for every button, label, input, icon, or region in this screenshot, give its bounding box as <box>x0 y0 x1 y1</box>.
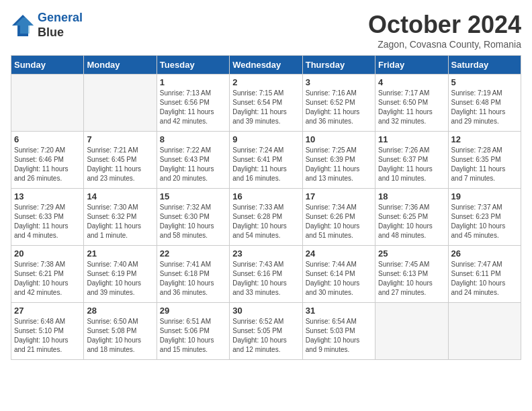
day-info: Sunrise: 7:17 AMSunset: 6:50 PMDaylight:… <box>378 89 445 126</box>
calendar-cell <box>84 75 157 132</box>
day-info: Sunrise: 7:47 AMSunset: 6:11 PMDaylight:… <box>451 260 518 298</box>
day-info: Sunrise: 6:52 AMSunset: 5:05 PMDaylight:… <box>232 317 299 355</box>
day-number: 25 <box>378 248 445 259</box>
day-number: 28 <box>87 306 153 316</box>
calendar-week-row: 6Sunrise: 7:20 AMSunset: 6:46 PMDaylight… <box>11 132 521 189</box>
day-info: Sunrise: 7:28 AMSunset: 6:35 PMDaylight:… <box>451 146 518 183</box>
day-info: Sunrise: 7:24 AMSunset: 6:41 PMDaylight:… <box>232 146 299 183</box>
day-info: Sunrise: 7:13 AMSunset: 6:56 PMDaylight:… <box>160 89 226 126</box>
calendar-cell: 24Sunrise: 7:44 AMSunset: 6:14 PMDayligh… <box>302 246 375 303</box>
calendar-cell: 2Sunrise: 7:15 AMSunset: 6:54 PMDaylight… <box>230 75 302 132</box>
day-info: Sunrise: 7:45 AMSunset: 6:13 PMDaylight:… <box>378 260 445 298</box>
day-info: Sunrise: 7:15 AMSunset: 6:54 PMDaylight:… <box>232 89 299 126</box>
day-number: 27 <box>14 306 81 316</box>
calendar-cell: 11Sunrise: 7:26 AMSunset: 6:37 PMDayligh… <box>375 132 448 189</box>
calendar-cell <box>375 303 448 360</box>
day-info: Sunrise: 7:37 AMSunset: 6:23 PMDaylight:… <box>451 203 518 240</box>
calendar-cell: 28Sunrise: 6:50 AMSunset: 5:08 PMDayligh… <box>84 303 157 360</box>
day-number: 29 <box>160 306 226 316</box>
logo-text: General Blue <box>38 11 83 40</box>
weekday-header-thursday: Thursday <box>302 56 375 75</box>
day-info: Sunrise: 7:22 AMSunset: 6:43 PMDaylight:… <box>160 146 226 183</box>
day-info: Sunrise: 7:21 AMSunset: 6:45 PMDaylight:… <box>87 146 153 183</box>
day-info: Sunrise: 7:30 AMSunset: 6:32 PMDaylight:… <box>87 203 153 240</box>
day-info: Sunrise: 7:43 AMSunset: 6:16 PMDaylight:… <box>232 260 299 298</box>
calendar-cell: 21Sunrise: 7:40 AMSunset: 6:19 PMDayligh… <box>84 246 157 303</box>
calendar-cell: 3Sunrise: 7:16 AMSunset: 6:52 PMDaylight… <box>302 75 375 132</box>
title-block: October 2024 Zagon, Covasna County, Roma… <box>368 11 521 50</box>
location: Zagon, Covasna County, Romania <box>368 39 521 50</box>
day-info: Sunrise: 7:40 AMSunset: 6:19 PMDaylight:… <box>87 260 153 298</box>
weekday-header-wednesday: Wednesday <box>230 56 302 75</box>
day-info: Sunrise: 7:36 AMSunset: 6:25 PMDaylight:… <box>378 203 445 240</box>
month-title: October 2024 <box>368 11 521 39</box>
calendar-cell: 10Sunrise: 7:25 AMSunset: 6:39 PMDayligh… <box>302 132 375 189</box>
day-number: 13 <box>14 191 81 201</box>
calendar-week-row: 27Sunrise: 6:48 AMSunset: 5:10 PMDayligh… <box>11 303 521 360</box>
day-number: 4 <box>378 77 445 87</box>
day-number: 2 <box>232 77 299 87</box>
calendar-cell: 30Sunrise: 6:52 AMSunset: 5:05 PMDayligh… <box>230 303 302 360</box>
day-number: 31 <box>306 306 372 316</box>
day-number: 22 <box>160 248 226 259</box>
weekday-header-saturday: Saturday <box>448 56 521 75</box>
calendar-cell <box>448 303 521 360</box>
day-number: 21 <box>87 248 153 259</box>
day-number: 20 <box>14 248 81 259</box>
calendar-cell: 15Sunrise: 7:32 AMSunset: 6:30 PMDayligh… <box>157 189 229 246</box>
day-info: Sunrise: 7:41 AMSunset: 6:18 PMDaylight:… <box>160 260 226 298</box>
weekday-header-tuesday: Tuesday <box>157 56 229 75</box>
calendar-cell: 4Sunrise: 7:17 AMSunset: 6:50 PMDaylight… <box>375 75 448 132</box>
calendar-cell: 16Sunrise: 7:33 AMSunset: 6:28 PMDayligh… <box>230 189 302 246</box>
logo-line1: General <box>38 11 83 24</box>
day-number: 19 <box>451 191 518 201</box>
calendar-cell: 8Sunrise: 7:22 AMSunset: 6:43 PMDaylight… <box>157 132 229 189</box>
weekday-header-friday: Friday <box>375 56 448 75</box>
calendar-cell: 23Sunrise: 7:43 AMSunset: 6:16 PMDayligh… <box>230 246 302 303</box>
calendar-cell: 22Sunrise: 7:41 AMSunset: 6:18 PMDayligh… <box>157 246 229 303</box>
day-info: Sunrise: 6:48 AMSunset: 5:10 PMDaylight:… <box>14 317 81 355</box>
day-number: 24 <box>306 248 372 259</box>
calendar-cell: 18Sunrise: 7:36 AMSunset: 6:25 PMDayligh… <box>375 189 448 246</box>
calendar-cell: 7Sunrise: 7:21 AMSunset: 6:45 PMDaylight… <box>84 132 157 189</box>
day-number: 12 <box>451 134 518 144</box>
day-number: 7 <box>87 134 153 144</box>
day-info: Sunrise: 7:32 AMSunset: 6:30 PMDaylight:… <box>160 203 226 240</box>
calendar-cell: 1Sunrise: 7:13 AMSunset: 6:56 PMDaylight… <box>157 75 229 132</box>
day-number: 5 <box>451 77 518 87</box>
day-info: Sunrise: 7:26 AMSunset: 6:37 PMDaylight:… <box>378 146 445 183</box>
calendar-cell: 19Sunrise: 7:37 AMSunset: 6:23 PMDayligh… <box>448 189 521 246</box>
calendar-cell: 14Sunrise: 7:30 AMSunset: 6:32 PMDayligh… <box>84 189 157 246</box>
calendar-week-row: 1Sunrise: 7:13 AMSunset: 6:56 PMDaylight… <box>11 75 521 132</box>
calendar-cell: 25Sunrise: 7:45 AMSunset: 6:13 PMDayligh… <box>375 246 448 303</box>
calendar-cell: 17Sunrise: 7:34 AMSunset: 6:26 PMDayligh… <box>302 189 375 246</box>
day-number: 16 <box>232 191 299 201</box>
calendar-cell: 12Sunrise: 7:28 AMSunset: 6:35 PMDayligh… <box>448 132 521 189</box>
calendar-week-row: 20Sunrise: 7:38 AMSunset: 6:21 PMDayligh… <box>11 246 521 303</box>
calendar-cell: 26Sunrise: 7:47 AMSunset: 6:11 PMDayligh… <box>448 246 521 303</box>
weekday-header-row: SundayMondayTuesdayWednesdayThursdayFrid… <box>11 56 521 75</box>
day-number: 1 <box>160 77 226 87</box>
logo-icon <box>11 13 35 38</box>
day-number: 8 <box>160 134 226 144</box>
logo: General Blue <box>11 11 83 40</box>
weekday-header-sunday: Sunday <box>11 56 84 75</box>
day-number: 17 <box>306 191 372 201</box>
calendar-cell: 5Sunrise: 7:19 AMSunset: 6:48 PMDaylight… <box>448 75 521 132</box>
day-info: Sunrise: 7:16 AMSunset: 6:52 PMDaylight:… <box>306 89 372 126</box>
day-number: 14 <box>87 191 153 201</box>
day-info: Sunrise: 7:20 AMSunset: 6:46 PMDaylight:… <box>14 146 81 183</box>
day-number: 3 <box>306 77 372 87</box>
day-info: Sunrise: 7:38 AMSunset: 6:21 PMDaylight:… <box>14 260 81 298</box>
calendar-cell <box>11 75 84 132</box>
day-info: Sunrise: 6:51 AMSunset: 5:06 PMDaylight:… <box>160 317 226 355</box>
day-number: 11 <box>378 134 445 144</box>
day-info: Sunrise: 6:50 AMSunset: 5:08 PMDaylight:… <box>87 317 153 355</box>
weekday-header-monday: Monday <box>84 56 157 75</box>
day-info: Sunrise: 7:29 AMSunset: 6:33 PMDaylight:… <box>14 203 81 240</box>
day-number: 30 <box>232 306 299 316</box>
calendar-table: SundayMondayTuesdayWednesdayThursdayFrid… <box>11 55 521 360</box>
day-number: 9 <box>232 134 299 144</box>
day-number: 23 <box>232 248 299 259</box>
calendar-cell: 29Sunrise: 6:51 AMSunset: 5:06 PMDayligh… <box>157 303 229 360</box>
